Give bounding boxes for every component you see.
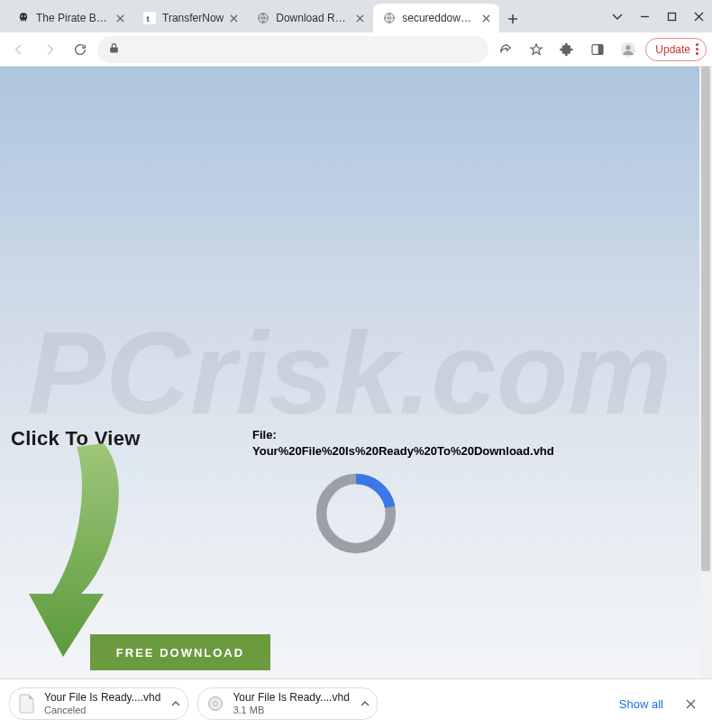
download-name: Your File Is Ready....vhd	[233, 692, 349, 704]
window-close-button[interactable]	[685, 3, 712, 30]
svg-rect-0	[143, 12, 156, 24]
file-info: File: Your%20File%20Is%20Ready%20To%20Do…	[252, 427, 554, 459]
chevron-up-icon[interactable]	[361, 696, 370, 712]
download-meta: Your File Is Ready....vhd 3.1 MB	[233, 692, 349, 714]
transfernow-icon: t	[142, 11, 157, 25]
download-status: Canceled	[44, 705, 160, 715]
download-size: 3.1 MB	[233, 705, 349, 715]
titlebar: The Pirate Bay - T t TransferNow Downloa…	[0, 0, 712, 32]
disk-icon	[205, 694, 225, 714]
close-icon[interactable]	[114, 12, 126, 24]
free-download-label: FREE DOWNLOAD	[116, 646, 244, 660]
download-bar: Your File Is Ready....vhd Canceled Your …	[0, 678, 712, 728]
skull-icon	[16, 11, 31, 25]
download-bar-close[interactable]	[678, 691, 703, 716]
svg-point-8	[626, 45, 631, 50]
extensions-button[interactable]	[553, 36, 580, 63]
svg-rect-4	[668, 13, 675, 20]
download-meta: Your File Is Ready....vhd Canceled	[44, 692, 160, 714]
file-name: Your%20File%20Is%20Ready%20To%20Download…	[252, 443, 554, 460]
file-label: File:	[252, 427, 554, 443]
svg-text:t: t	[147, 14, 150, 23]
file-icon	[17, 694, 37, 714]
window-controls	[604, 0, 712, 32]
bookmark-button[interactable]	[523, 36, 550, 63]
show-all-link[interactable]: Show all	[614, 694, 669, 714]
download-item[interactable]: Your File Is Ready....vhd Canceled	[9, 687, 188, 720]
forward-button[interactable]	[36, 36, 63, 63]
globe-icon	[382, 11, 397, 25]
tab-label: secureddownload	[402, 12, 476, 24]
tab-secureddownload[interactable]: secureddownload	[373, 4, 499, 32]
close-icon[interactable]	[479, 12, 492, 24]
tab-label: The Pirate Bay - T	[36, 12, 110, 24]
update-label: Update	[655, 43, 690, 56]
lock-icon	[108, 42, 120, 57]
tab-label: TransferNow	[162, 12, 224, 24]
update-button[interactable]: Update	[645, 38, 707, 61]
maximize-button[interactable]	[658, 3, 685, 30]
tab-transfernow[interactable]: t TransferNow	[133, 4, 247, 32]
viewport: PCrisk.com Click To View File: Your%20Fi…	[0, 67, 712, 678]
page-content: PCrisk.com Click To View File: Your%20Fi…	[0, 67, 699, 678]
tab-pirate-bay[interactable]: The Pirate Bay - T	[7, 4, 133, 32]
close-icon[interactable]	[353, 12, 366, 24]
close-icon[interactable]	[227, 12, 240, 24]
loading-spinner	[313, 470, 399, 557]
svg-rect-6	[598, 44, 603, 54]
share-button[interactable]	[492, 36, 519, 63]
address-bar[interactable]	[97, 36, 488, 63]
download-item[interactable]: Your File Is Ready....vhd 3.1 MB	[197, 687, 377, 720]
free-download-button[interactable]: FREE DOWNLOAD	[90, 634, 270, 670]
menu-icon	[696, 43, 698, 55]
download-name: Your File Is Ready....vhd	[44, 692, 160, 704]
new-tab-button[interactable]	[499, 5, 526, 32]
profile-button[interactable]	[615, 36, 642, 63]
minimize-button[interactable]	[631, 3, 658, 30]
tab-search-button[interactable]	[604, 3, 631, 30]
reload-button[interactable]	[67, 36, 94, 63]
back-button[interactable]	[5, 36, 32, 63]
scrollbar-thumb[interactable]	[701, 67, 710, 571]
scrollbar[interactable]	[699, 67, 712, 678]
tab-label: Download Ready	[276, 12, 350, 24]
side-panel-button[interactable]	[584, 36, 611, 63]
toolbar: Update	[0, 32, 712, 67]
chevron-up-icon[interactable]	[171, 696, 180, 712]
svg-point-12	[214, 702, 217, 705]
globe-icon	[256, 11, 270, 25]
tab-download-ready[interactable]: Download Ready	[247, 4, 373, 32]
